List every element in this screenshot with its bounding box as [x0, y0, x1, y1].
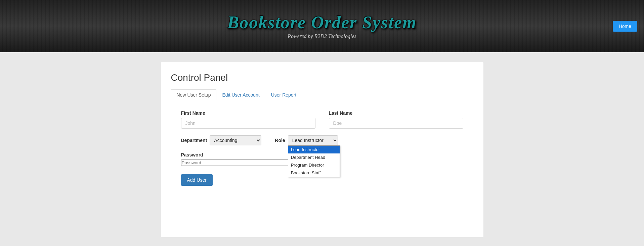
role-dropdown-wrapper: Lead Instructor Department Head Program …: [288, 135, 338, 145]
home-button[interactable]: Home: [613, 21, 637, 32]
password-spacer: [329, 152, 463, 166]
tab-bar: New User Setup Edit User Account User Re…: [171, 89, 473, 100]
department-label: Department: [181, 138, 207, 143]
name-row: First Name Last Name: [181, 110, 463, 129]
role-option-department-head[interactable]: Department Head: [288, 153, 340, 161]
app-title: Bookstore Order System: [227, 13, 417, 32]
tab-edit-user-account[interactable]: Edit User Account: [216, 89, 265, 100]
header: Bookstore Order System Powered by R2D2 T…: [0, 0, 644, 52]
role-dropdown-list: Lead Instructor Department Head Program …: [288, 145, 340, 177]
new-user-form: First Name Last Name Department Accounti…: [171, 110, 473, 186]
add-user-button[interactable]: Add User: [181, 174, 213, 186]
department-group: Department Accounting Business Computer …: [181, 135, 262, 145]
last-name-group: Last Name: [329, 110, 463, 129]
tab-user-report[interactable]: User Report: [265, 89, 302, 100]
first-name-input[interactable]: [181, 118, 315, 129]
first-name-label: First Name: [181, 110, 315, 116]
panel-title: Control Panel: [171, 72, 473, 83]
role-option-lead-instructor[interactable]: Lead Instructor: [288, 146, 340, 153]
app-subtitle: Powered by R2D2 Technologies: [288, 33, 356, 39]
role-option-bookstore-staff[interactable]: Bookstore Staff: [288, 169, 340, 177]
tab-new-user-setup[interactable]: New User Setup: [171, 89, 217, 100]
role-option-program-director[interactable]: Program Director: [288, 161, 340, 169]
main-content: Control Panel New User Setup Edit User A…: [0, 52, 644, 246]
role-select[interactable]: Lead Instructor Department Head Program …: [288, 135, 338, 145]
first-name-group: First Name: [181, 110, 315, 129]
last-name-label: Last Name: [329, 110, 463, 116]
dept-role-row: Department Accounting Business Computer …: [181, 135, 463, 145]
role-group: Role Lead Instructor Department Head Pro…: [275, 135, 338, 145]
last-name-input[interactable]: [329, 118, 463, 129]
role-label: Role: [275, 138, 285, 143]
panel-container: Control Panel New User Setup Edit User A…: [161, 62, 483, 237]
department-select[interactable]: Accounting Business Computer Science Eng…: [210, 135, 261, 145]
